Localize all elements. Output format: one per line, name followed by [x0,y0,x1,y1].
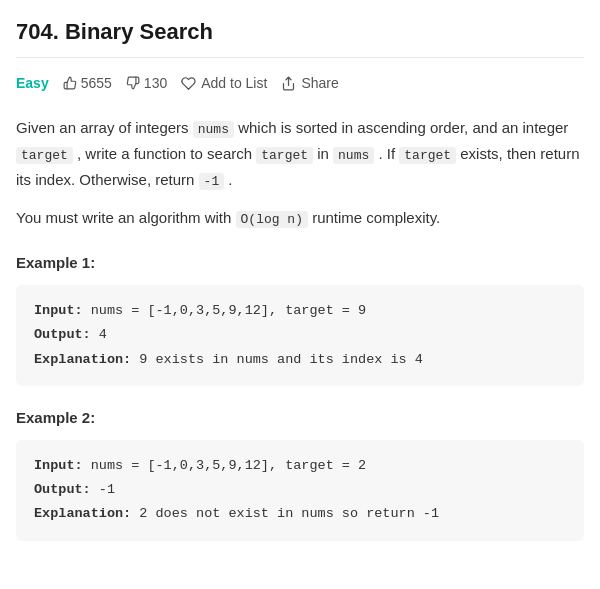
example2-explanation-value: 2 does not exist in nums so return -1 [131,506,439,521]
share-button[interactable]: Share [281,75,338,91]
example2-explanation: Explanation: 2 does not exist in nums so… [34,502,566,526]
example2-input: Input: nums = [-1,0,3,5,9,12], target = … [34,454,566,478]
code-complexity: O(log n) [236,211,308,228]
likes-count: 5655 [81,72,112,94]
example1-input-label: Input: [34,303,83,318]
problem-description: Given an array of integers nums which is… [16,115,584,231]
example1-output-value: 4 [91,327,107,342]
example1-explanation: Explanation: 9 exists in nums and its in… [34,348,566,372]
example1-explanation-label: Explanation: [34,352,131,367]
description-paragraph-2: You must write an algorithm with O(log n… [16,205,584,231]
example2-explanation-label: Explanation: [34,506,131,521]
example2-output-value: -1 [91,482,115,497]
difficulty-badge: Easy [16,72,49,94]
example2-output: Output: -1 [34,478,566,502]
dislikes-count: 130 [144,72,167,94]
description-paragraph-1: Given an array of integers nums which is… [16,115,584,193]
example1-explanation-value: 9 exists in nums and its index is 4 [131,352,423,367]
example2-input-label: Input: [34,458,83,473]
thumbs-down-icon [126,76,140,90]
thumbs-up-icon [63,76,77,90]
likes-item: 5655 [63,72,112,94]
code-nums-1: nums [193,121,234,138]
divider-top [16,57,584,58]
heart-icon [181,76,196,91]
code-target-1: target [16,147,73,164]
example1-title: Example 1: [16,251,584,275]
example1-output: Output: 4 [34,323,566,347]
problem-title: 704. Binary Search [16,14,584,49]
example2-input-value: nums = [-1,0,3,5,9,12], target = 2 [83,458,367,473]
share-label: Share [301,75,338,91]
example2-output-label: Output: [34,482,91,497]
code-target-2: target [256,147,313,164]
code-nums-2: nums [333,147,374,164]
example1-input-value: nums = [-1,0,3,5,9,12], target = 9 [83,303,367,318]
add-to-list-label: Add to List [201,75,267,91]
example1-box: Input: nums = [-1,0,3,5,9,12], target = … [16,285,584,386]
dislikes-item: 130 [126,72,167,94]
code-target-3: target [399,147,456,164]
example1-output-label: Output: [34,327,91,342]
example1-input: Input: nums = [-1,0,3,5,9,12], target = … [34,299,566,323]
code-neg1: -1 [199,173,225,190]
add-to-list-button[interactable]: Add to List [181,75,267,91]
example2-title: Example 2: [16,406,584,430]
example2-box: Input: nums = [-1,0,3,5,9,12], target = … [16,440,584,541]
meta-row: Easy 5655 130 Add to List Share [16,72,584,94]
share-icon [281,76,296,91]
